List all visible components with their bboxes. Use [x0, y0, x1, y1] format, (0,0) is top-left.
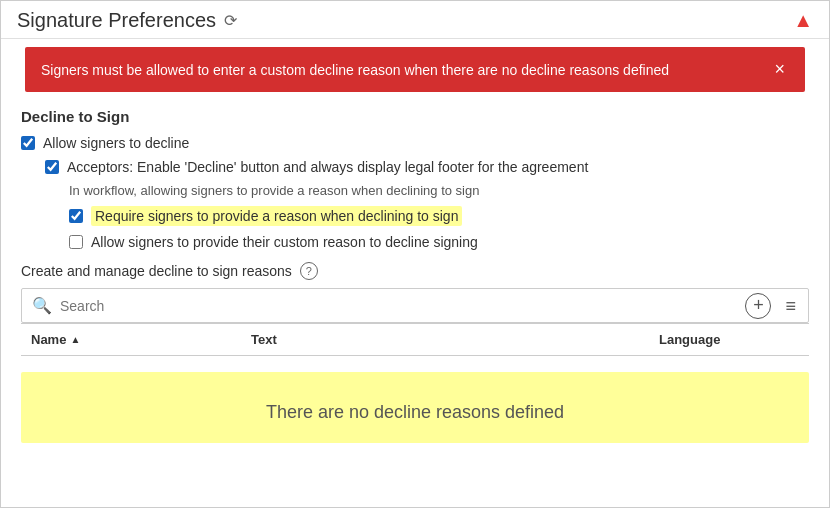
- title-bar: Signature Preferences ⟳ ▲: [1, 1, 829, 39]
- error-close-button[interactable]: ×: [770, 59, 789, 80]
- manage-reasons-label: Create and manage decline to sign reason…: [21, 263, 292, 279]
- acceptors-checkbox[interactable]: [45, 160, 59, 174]
- allow-custom-reason-label: Allow signers to provide their custom re…: [91, 234, 478, 250]
- col-header-name[interactable]: Name ▲: [21, 332, 241, 347]
- require-reason-checkbox[interactable]: [69, 209, 83, 223]
- allow-signers-decline-row: Allow signers to decline: [21, 135, 809, 151]
- require-reason-label: Require signers to provide a reason when…: [91, 206, 462, 226]
- empty-message: There are no decline reasons defined: [21, 372, 809, 443]
- allow-signers-decline-label: Allow signers to decline: [43, 135, 189, 151]
- manage-reasons-row: Create and manage decline to sign reason…: [21, 262, 809, 280]
- main-window: Signature Preferences ⟳ ▲ Signers must b…: [0, 0, 830, 508]
- allow-custom-reason-checkbox[interactable]: [69, 235, 83, 249]
- error-banner: Signers must be allowed to enter a custo…: [25, 47, 805, 92]
- menu-icon[interactable]: ≡: [785, 297, 796, 315]
- col-header-text: Text: [241, 332, 649, 347]
- error-banner-text: Signers must be allowed to enter a custo…: [41, 62, 669, 78]
- section-title-decline: Decline to Sign: [21, 108, 809, 125]
- content-area: Decline to Sign Allow signers to decline…: [1, 92, 829, 507]
- refresh-icon[interactable]: ⟳: [224, 11, 237, 30]
- warning-icon: ▲: [793, 9, 813, 32]
- workflow-label: In workflow, allowing signers to provide…: [21, 183, 809, 198]
- col-header-language: Language: [649, 332, 809, 347]
- search-icon: 🔍: [32, 296, 52, 315]
- require-reason-row: Require signers to provide a reason when…: [21, 206, 809, 226]
- table-header: Name ▲ Text Language: [21, 323, 809, 356]
- acceptors-row: Acceptors: Enable 'Decline' button and a…: [21, 159, 809, 175]
- title-bar-left: Signature Preferences ⟳: [17, 9, 237, 32]
- add-button[interactable]: +: [745, 293, 771, 319]
- search-input[interactable]: [60, 298, 723, 314]
- allow-custom-reason-row: Allow signers to provide their custom re…: [21, 234, 809, 250]
- sort-arrow-name: ▲: [70, 334, 80, 345]
- help-icon[interactable]: ?: [300, 262, 318, 280]
- allow-signers-decline-checkbox[interactable]: [21, 136, 35, 150]
- page-title: Signature Preferences: [17, 9, 216, 32]
- acceptors-label: Acceptors: Enable 'Decline' button and a…: [67, 159, 588, 175]
